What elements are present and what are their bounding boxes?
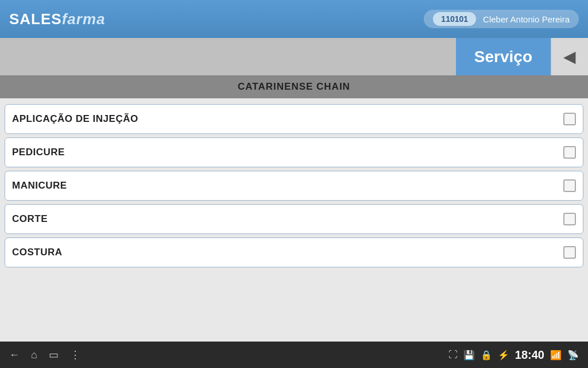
save-icon: 💾 bbox=[463, 350, 475, 361]
service-checkbox[interactable] bbox=[563, 246, 576, 259]
user-name-label: Cleber Antonio Pereira bbox=[483, 14, 570, 24]
service-label: CORTE bbox=[12, 213, 563, 225]
logo: SALESfarma bbox=[9, 10, 106, 28]
service-item[interactable]: PEDICURE bbox=[5, 137, 583, 167]
service-item[interactable]: MANICURE bbox=[5, 171, 583, 201]
logo-farma: farma bbox=[62, 10, 106, 28]
shield-icon: 🔒 bbox=[481, 350, 492, 361]
nav-home-icon[interactable]: ⌂ bbox=[31, 349, 37, 361]
nav-menu-icon[interactable]: ⋮ bbox=[70, 348, 80, 361]
app-header: SALESfarma 110101 Cleber Antonio Pereira bbox=[0, 0, 588, 38]
user-id-badge: 110101 bbox=[433, 12, 476, 26]
service-button[interactable]: Serviço bbox=[456, 38, 551, 75]
services-list: APLICAÇÃO DE INJEÇÃOPEDICUREMANICURECORT… bbox=[0, 98, 588, 342]
service-label: PEDICURE bbox=[12, 147, 563, 158]
service-checkbox[interactable] bbox=[563, 113, 576, 125]
service-item[interactable]: APLICAÇÃO DE INJEÇÃO bbox=[5, 104, 583, 134]
toolbar-row: Serviço ◀ bbox=[0, 38, 588, 75]
service-checkbox[interactable] bbox=[563, 179, 576, 192]
sys-status-area: ⛶ 💾 🔒 ⚡ 18:40 📶 📡 bbox=[448, 348, 579, 362]
service-label: COSTURA bbox=[12, 247, 563, 258]
section-title: CATARINENSE CHAIN bbox=[238, 81, 350, 92]
service-label: MANICURE bbox=[12, 180, 563, 191]
system-time: 18:40 bbox=[515, 348, 544, 362]
back-button[interactable]: ◀ bbox=[551, 38, 588, 75]
section-header: CATARINENSE CHAIN bbox=[0, 75, 588, 98]
user-info-area: 110101 Cleber Antonio Pereira bbox=[424, 10, 579, 28]
system-bar: ← ⌂ ▭ ⋮ ⛶ 💾 🔒 ⚡ 18:40 📶 📡 bbox=[0, 342, 588, 368]
nav-recent-icon[interactable]: ▭ bbox=[49, 348, 59, 361]
nav-buttons: ← ⌂ ▭ ⋮ bbox=[9, 348, 80, 361]
nav-back-icon[interactable]: ← bbox=[9, 349, 20, 361]
back-arrow-icon: ◀ bbox=[563, 47, 576, 66]
service-item[interactable]: COSTURA bbox=[5, 237, 583, 267]
logo-sales: SALES bbox=[9, 10, 62, 28]
service-checkbox[interactable] bbox=[563, 213, 576, 225]
signal-icon: 📡 bbox=[567, 350, 579, 361]
logo-text: SALESfarma bbox=[9, 10, 106, 28]
wifi-icon: 📶 bbox=[550, 350, 562, 361]
service-checkbox[interactable] bbox=[563, 146, 576, 159]
expand-icon: ⛶ bbox=[448, 350, 458, 360]
battery-icon: ⚡ bbox=[498, 350, 509, 361]
service-item[interactable]: CORTE bbox=[5, 204, 583, 234]
service-label: APLICAÇÃO DE INJEÇÃO bbox=[12, 113, 563, 125]
